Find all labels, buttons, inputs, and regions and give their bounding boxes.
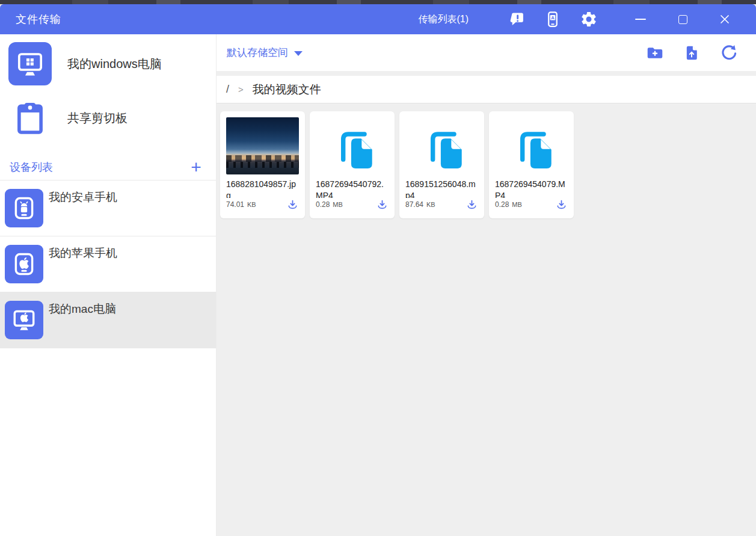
app-title: 文件传输 bbox=[16, 12, 61, 26]
file-grid: 1688281049857.jpg 74.01 KB bbox=[217, 103, 756, 536]
file-name: 1687269454079.MP4 bbox=[495, 179, 568, 198]
download-icon bbox=[555, 199, 568, 211]
new-folder-button[interactable] bbox=[645, 43, 665, 63]
upload-file-icon bbox=[683, 45, 700, 61]
chevron-down-icon bbox=[294, 51, 303, 56]
file-card[interactable]: 1688281049857.jpg 74.01 KB bbox=[220, 111, 305, 218]
device-row-iphone[interactable]: 我的苹果手机 bbox=[0, 236, 216, 292]
file-card[interactable]: 1687269454079.MP4 0.28 MB bbox=[489, 111, 574, 218]
file-name: 1689151256048.mp4 bbox=[405, 179, 478, 198]
maximize-button[interactable] bbox=[667, 8, 698, 30]
file-size: 0.28 bbox=[316, 200, 330, 209]
download-button[interactable] bbox=[465, 198, 478, 211]
device-label: 我的mac电脑 bbox=[49, 301, 116, 317]
svg-text:A: A bbox=[551, 15, 555, 20]
message-alert-icon[interactable] bbox=[507, 10, 526, 29]
minimize-button[interactable] bbox=[625, 8, 656, 30]
storage-space-label: 默认存储空间 bbox=[227, 46, 288, 60]
mac-computer-icon bbox=[5, 301, 43, 339]
file-size: 74.01 bbox=[226, 200, 244, 209]
add-device-button[interactable]: + bbox=[186, 159, 206, 176]
download-button[interactable] bbox=[375, 198, 389, 211]
download-button[interactable] bbox=[286, 198, 299, 211]
file-copy-icon bbox=[419, 123, 465, 169]
windows-pc-icon bbox=[8, 42, 52, 85]
refresh-icon bbox=[719, 44, 737, 62]
file-size: 87.64 bbox=[405, 200, 423, 209]
breadcrumb: / > 我的视频文件 bbox=[217, 76, 756, 103]
device-list-title: 设备列表 bbox=[10, 160, 53, 174]
maximize-icon bbox=[678, 15, 687, 24]
file-size-unit: KB bbox=[426, 201, 435, 208]
sidebar-item-windows-pc[interactable]: 我的windows电脑 bbox=[0, 42, 216, 85]
device-label: 我的安卓手机 bbox=[49, 189, 117, 205]
device-row-android[interactable]: 我的安卓手机 bbox=[0, 180, 216, 236]
minimize-icon bbox=[635, 19, 646, 20]
device-list-header: 设备列表 + bbox=[0, 154, 216, 180]
close-button[interactable] bbox=[709, 8, 740, 30]
device-label: 我的苹果手机 bbox=[49, 245, 117, 261]
upload-file-button[interactable] bbox=[682, 43, 701, 63]
file-size-unit: KB bbox=[247, 201, 256, 208]
sidebar-item-label: 共享剪切板 bbox=[67, 110, 128, 126]
file-card[interactable]: 16872694540792.MP4 0.28 MB bbox=[310, 111, 395, 218]
main-panel: 默认存储空间 bbox=[217, 34, 756, 536]
download-icon bbox=[376, 199, 389, 211]
sidebar: 我的windows电脑 共享剪切板 设备列表 + bbox=[0, 34, 217, 536]
file-name: 1688281049857.jpg bbox=[226, 179, 299, 198]
clipboard-icon bbox=[8, 96, 52, 140]
close-icon bbox=[719, 13, 731, 25]
sidebar-item-label: 我的windows电脑 bbox=[67, 56, 162, 72]
download-icon bbox=[466, 199, 478, 211]
divider bbox=[217, 71, 756, 76]
breadcrumb-separator: > bbox=[238, 84, 244, 94]
breadcrumb-current-folder[interactable]: 我的视频文件 bbox=[253, 82, 321, 97]
new-folder-icon bbox=[645, 43, 665, 63]
file-copy-icon bbox=[330, 123, 375, 169]
apple-phone-icon bbox=[5, 245, 43, 283]
download-icon bbox=[286, 199, 299, 211]
file-size-unit: MB bbox=[333, 201, 343, 208]
storage-toolbar: 默认存储空间 bbox=[217, 34, 756, 71]
file-card[interactable]: 1689151256048.mp4 87.64 KB bbox=[399, 111, 484, 218]
file-copy-icon bbox=[509, 123, 555, 169]
file-size: 0.28 bbox=[495, 200, 509, 209]
background-window-strip bbox=[0, 0, 756, 4]
file-size-unit: MB bbox=[512, 201, 522, 208]
android-phone-icon bbox=[5, 189, 43, 227]
device-row-mac[interactable]: 我的mac电脑 bbox=[0, 292, 216, 348]
image-thumbnail bbox=[226, 117, 299, 174]
titlebar: 文件传输 传输列表(1) A bbox=[0, 4, 756, 34]
breadcrumb-root[interactable]: / bbox=[226, 83, 229, 96]
refresh-button[interactable] bbox=[719, 43, 738, 63]
transfer-list-button[interactable]: 传输列表(1) bbox=[418, 13, 469, 26]
file-name: 16872694540792.MP4 bbox=[316, 179, 389, 198]
storage-space-dropdown[interactable]: 默认存储空间 bbox=[227, 46, 303, 60]
download-button[interactable] bbox=[555, 198, 568, 211]
settings-gear-icon[interactable] bbox=[579, 10, 598, 29]
phone-cast-icon[interactable]: A bbox=[543, 10, 562, 29]
sidebar-item-clipboard[interactable]: 共享剪切板 bbox=[0, 96, 216, 140]
